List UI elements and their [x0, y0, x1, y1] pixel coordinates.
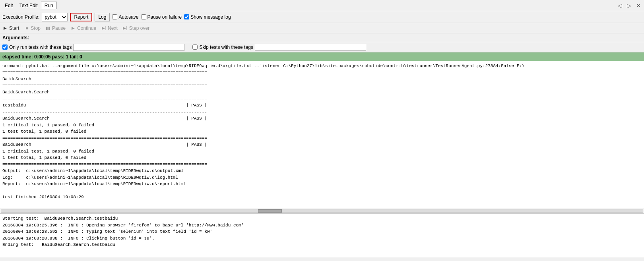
skip-label: Skip tests with these tags	[199, 44, 253, 50]
nav-back[interactable]: ◁	[616, 2, 624, 9]
horizontal-scrollbar[interactable]	[1, 209, 643, 213]
only-run-checkbox[interactable]	[2, 44, 8, 50]
arguments-bar: Arguments:	[0, 33, 644, 42]
pause-label: Pause	[52, 25, 66, 31]
start-icon: ▶	[2, 25, 8, 31]
nav-forward[interactable]: ▷	[625, 2, 633, 9]
autosave-checkbox[interactable]	[112, 14, 117, 19]
menu-run[interactable]: Run	[41, 2, 57, 9]
arguments-label: Arguments:	[2, 35, 29, 41]
toolbar: Execution Profile: pybotjybotcustom Repo…	[0, 11, 644, 23]
step-over-icon: ▶|	[122, 25, 128, 31]
show-message-checkbox[interactable]	[184, 14, 189, 19]
autosave-label: Autosave	[118, 14, 138, 20]
continue-icon: ▶	[70, 25, 76, 31]
report-button[interactable]: Report	[70, 13, 92, 21]
scrollbar-thumb[interactable]	[258, 209, 282, 213]
only-run-input[interactable]	[73, 44, 184, 51]
tags-row: Only run tests with these tags Skip test…	[0, 42, 644, 52]
pause-icon: ▮▮	[45, 25, 51, 31]
stop-icon: ■	[24, 25, 29, 31]
execution-profile-label: Execution Profile:	[2, 14, 39, 20]
skip-input[interactable]	[255, 44, 366, 51]
pause-button[interactable]: ▮▮ Pause	[45, 25, 66, 31]
window-controls: ◁ ▷ ✕	[616, 2, 642, 9]
menu-edit[interactable]: Edit	[2, 2, 16, 9]
close-button[interactable]: ✕	[634, 2, 642, 9]
start-button[interactable]: ▶ Start	[2, 25, 19, 31]
pause-failure-label: Pause on failure	[147, 14, 182, 20]
output-area[interactable]: command: pybot.bat --argumentfile c:\use…	[0, 61, 644, 208]
only-run-label: Only run tests with these tags	[9, 44, 72, 50]
start-label: Start	[9, 25, 19, 31]
execution-profile-select[interactable]: pybotjybotcustom	[42, 13, 68, 21]
log-button[interactable]: Log	[95, 13, 110, 21]
step-over-button[interactable]: ▶| Step over	[122, 25, 149, 31]
skip-tags-group: Skip tests with these tags	[192, 44, 366, 51]
scrollbar-row[interactable]	[0, 208, 644, 214]
run-controls: ▶ Start ■ Stop ▮▮ Pause ▶ Continue ▶| Ne…	[0, 23, 644, 33]
status-text: elapsed time: 0:00:05 pass: 1 fail: 0	[2, 54, 82, 60]
stop-button[interactable]: ■ Stop	[24, 25, 41, 31]
show-message-label: Show message log	[190, 14, 231, 20]
menu-bar: Edit Text Edit Run ◁ ▷ ✕	[0, 0, 644, 11]
pause-failure-checkbox[interactable]	[141, 14, 146, 19]
autosave-group: Autosave	[112, 14, 138, 20]
menu-text-edit[interactable]: Text Edit	[16, 2, 41, 9]
only-run-tags-group: Only run tests with these tags	[2, 44, 184, 51]
next-label: Next	[108, 25, 118, 31]
stop-label: Stop	[31, 25, 41, 31]
continue-label: Continue	[77, 25, 96, 31]
status-bar: elapsed time: 0:00:05 pass: 1 fail: 0	[0, 52, 644, 61]
pause-failure-group: Pause on failure	[141, 14, 182, 20]
next-button[interactable]: ▶| Next	[101, 25, 118, 31]
next-icon: ▶|	[101, 25, 107, 31]
step-over-label: Step over	[129, 25, 149, 31]
continue-button[interactable]: ▶ Continue	[70, 25, 96, 31]
log-area[interactable]: Starting test: BaiduSearch.Search.testba…	[0, 214, 644, 257]
show-message-group: Show message log	[184, 14, 231, 20]
skip-checkbox[interactable]	[192, 44, 198, 50]
